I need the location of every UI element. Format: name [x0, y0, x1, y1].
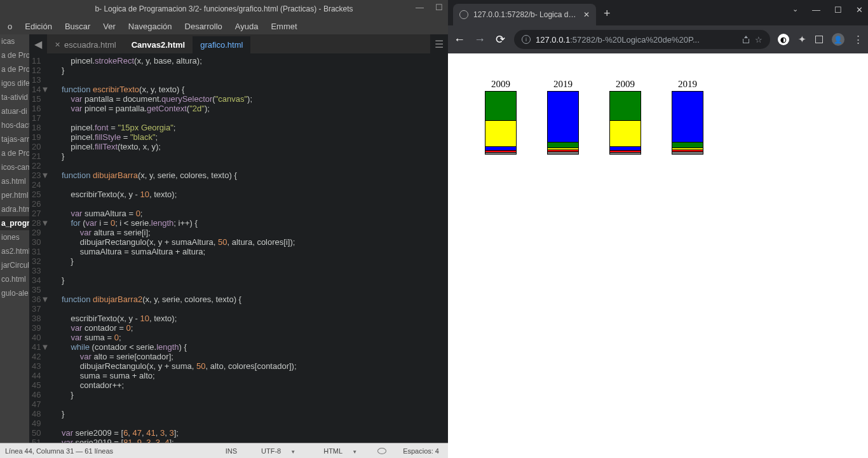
maximize-icon[interactable]: ☐ [435, 3, 443, 12]
sidebar-item[interactable]: icos-cam [0, 160, 29, 174]
tab-close-left-icon[interactable]: ◀ [29, 38, 47, 50]
bar-segment [672, 142, 703, 148]
sidebar-item[interactable]: igos difer [0, 76, 29, 90]
sidebar-item[interactable]: adra.htm [0, 202, 29, 216]
bar-group: 2019 [672, 79, 703, 155]
insert-mode[interactable]: INS [222, 447, 241, 455]
chevron-down-icon[interactable]: ⌄ [792, 5, 798, 15]
bar-chart: 2009201920092019 [448, 53, 868, 155]
brackets-menu-bar: o Edición Buscar Ver Navegación Desarrol… [0, 18, 448, 34]
sidebar-item[interactable]: iones [0, 230, 29, 244]
menu-item[interactable]: Navegación [123, 20, 177, 33]
gutter: 11 12 13 14 15 16 17 18 19 20 21 22 23 2… [29, 53, 52, 443]
menu-item[interactable]: Ayuda [230, 20, 264, 33]
bar-group: 2009 [485, 79, 517, 155]
close-icon[interactable]: ✕ [856, 5, 863, 15]
menu-item[interactable]: Buscar [60, 20, 95, 33]
split-view-icon[interactable]: ☰ [430, 38, 448, 50]
tab-grafico[interactable]: grafico.html [193, 36, 250, 53]
brackets-window-buttons: — ☐ [416, 3, 443, 12]
extension-icon[interactable]: ◐ [778, 34, 789, 45]
bar-segment [672, 152, 703, 155]
bar-group: 2019 [547, 79, 579, 155]
site-info-icon[interactable]: i [522, 35, 531, 44]
bar-segment [609, 91, 641, 121]
language-mode[interactable]: HTML ▼ [316, 447, 365, 455]
sidebar-item[interactable]: hos-dacti [0, 118, 29, 132]
close-icon[interactable]: ✕ [583, 10, 590, 19]
sidebar-item[interactable]: atuar-di [0, 104, 29, 118]
profile-avatar-icon[interactable]: 👤 [832, 33, 844, 46]
bar-segment [485, 121, 517, 147]
menu-item[interactable]: Emmet [266, 20, 302, 33]
menu-icon[interactable]: ⋮ [853, 34, 863, 45]
tab-canvas2[interactable]: Canvas2.html [124, 36, 193, 53]
brackets-editor: ◀ ✕escuadra.html Canvas2.html grafico.ht… [29, 34, 448, 443]
chrome-viewport: 2009201920092019 [448, 53, 868, 458]
sidebar-item[interactable]: gulo-ale [0, 286, 29, 300]
bar-stack [547, 91, 579, 155]
url-text: 127.0.0.1:57282/b-%20Logica%20de%20P... [536, 35, 700, 45]
bar-segment [547, 142, 579, 148]
forward-icon[interactable]: → [473, 33, 486, 46]
menu-item[interactable]: Ver [98, 20, 121, 33]
sidebar-item[interactable]: icas [0, 34, 29, 48]
sidebar-item[interactable]: jarCirculo [0, 258, 29, 272]
bar-segment [672, 91, 703, 142]
cursor-position: Línea 44, Columna 31 — 61 líneas [5, 447, 113, 455]
sidebar-item[interactable]: tajas-arri [0, 132, 29, 146]
brackets-main: icasa de Progia de Progiigos diferta-ati… [0, 34, 448, 443]
sidebar-item[interactable]: co.html [0, 272, 29, 286]
sidebar-item[interactable]: a de Progi [0, 146, 29, 160]
share-icon[interactable] [742, 36, 750, 43]
new-tab-icon[interactable]: + [604, 7, 611, 20]
close-icon[interactable]: ✕ [55, 41, 60, 49]
brackets-window: b- Logica de Programacion 3/2- funciones… [0, 0, 448, 458]
code-content[interactable]: pincel.strokeRect(x, y, base, altura); }… [52, 53, 448, 443]
bar-label: 2009 [616, 79, 635, 90]
chrome-tab-title: 127.0.0.1:57282/b- Logica de Pro [473, 10, 578, 19]
bar-stack [485, 91, 517, 155]
code-area[interactable]: 11 12 13 14 15 16 17 18 19 20 21 22 23 2… [29, 53, 448, 443]
minimize-icon[interactable]: — [416, 3, 424, 12]
sidebar-item[interactable]: ta-ativid [0, 90, 29, 104]
menu-item[interactable]: Edición [20, 20, 57, 33]
bar-segment [547, 91, 579, 142]
bar-label: 2009 [491, 79, 510, 90]
star-icon[interactable]: ☆ [755, 35, 763, 45]
bar-segment [609, 121, 641, 147]
maximize-icon[interactable]: ☐ [834, 5, 842, 15]
menu-item[interactable]: Desarrollo [180, 20, 227, 33]
chrome-toolbar: ← → ⟳ i 127.0.0.1:57282/b-%20Logica%20de… [448, 25, 868, 53]
bar-segment [609, 153, 641, 155]
side-panel-icon[interactable] [815, 36, 823, 43]
bar-stack [609, 91, 641, 155]
bar-segment [485, 153, 517, 155]
sidebar-item[interactable]: a de Progi [0, 48, 29, 62]
bar-label: 2019 [553, 79, 573, 90]
brackets-title-bar: b- Logica de Programacion 3/2- funciones… [0, 0, 448, 18]
extensions-icon[interactable]: ✦ [798, 34, 806, 45]
chrome-window-controls: ⌄ — ☐ ✕ [792, 5, 863, 15]
bar-segment [485, 91, 517, 121]
encoding[interactable]: UTF-8 ▼ [254, 447, 303, 455]
minimize-icon[interactable]: — [812, 5, 820, 15]
brackets-title: b- Logica de Programacion 3/2- funciones… [5, 4, 443, 13]
brackets-sidebar[interactable]: icasa de Progia de Progiigos diferta-ati… [0, 34, 29, 443]
chevron-down-icon: ▼ [348, 449, 361, 455]
bar-stack [672, 91, 703, 155]
sidebar-item[interactable]: as2.html [0, 244, 29, 258]
brackets-status-bar: Línea 44, Columna 31 — 61 líneas INS UTF… [0, 443, 448, 458]
chrome-tab[interactable]: 127.0.0.1:57282/b- Logica de Pro ✕ [453, 4, 596, 25]
status-circle-icon[interactable] [377, 448, 386, 454]
chrome-omnibox[interactable]: i 127.0.0.1:57282/b-%20Logica%20de%20P..… [514, 30, 770, 49]
sidebar-item[interactable]: as.html [0, 174, 29, 188]
reload-icon[interactable]: ⟳ [494, 32, 506, 46]
sidebar-item[interactable]: per.html [0, 188, 29, 202]
sidebar-item[interactable]: a de Progi [0, 62, 29, 76]
indent-mode[interactable]: Espacios: 4 [399, 447, 443, 455]
menu-item[interactable]: o [3, 20, 17, 33]
back-icon[interactable]: ← [453, 33, 466, 46]
sidebar-item[interactable]: a_progra [0, 216, 29, 230]
tab-escuadra[interactable]: ✕escuadra.html [47, 36, 124, 53]
